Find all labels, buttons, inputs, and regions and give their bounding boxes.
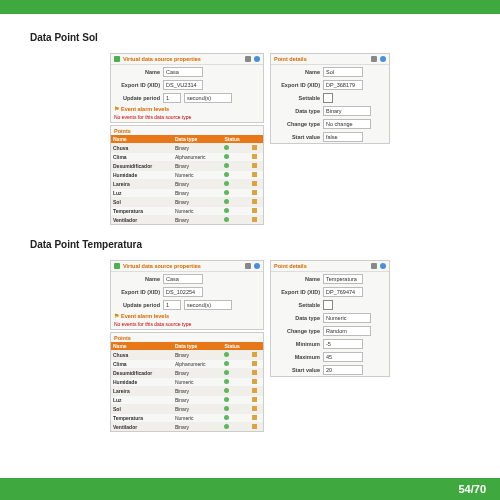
pd-name[interactable]: Sol (323, 67, 363, 77)
edit-icon[interactable] (252, 397, 257, 402)
save-icon[interactable] (245, 56, 251, 62)
period-unit[interactable]: second(s) (184, 93, 232, 103)
status-icon[interactable] (224, 208, 229, 213)
edit-icon[interactable] (252, 406, 257, 411)
lbl: Name (274, 69, 320, 75)
status-icon[interactable] (224, 379, 229, 384)
col-dt: Data type (173, 342, 223, 351)
edit-icon[interactable] (252, 415, 257, 420)
status-icon[interactable] (224, 415, 229, 420)
src-props-panel: Virtual data source properties NameCasa … (110, 53, 264, 123)
lbl: Start value (274, 367, 320, 373)
lbl: Settable (274, 302, 320, 308)
table-row: LareiraBinary (111, 387, 263, 396)
help-icon[interactable] (380, 263, 386, 269)
table-row: VentiladorBinary (111, 216, 263, 225)
col-st: Status (222, 135, 250, 144)
status-icon[interactable] (224, 424, 229, 429)
lbl: Change type (274, 328, 320, 334)
no-events: No events for this data source type (111, 321, 263, 329)
status-icon[interactable] (224, 217, 229, 222)
pd-xid[interactable]: DP_769474 (323, 287, 363, 297)
pd-xid[interactable]: DP_368179 (323, 80, 363, 90)
edit-icon[interactable] (252, 361, 257, 366)
status-icon[interactable] (224, 397, 229, 402)
pd-ctype[interactable]: No change (323, 119, 371, 129)
status-icon[interactable] (224, 352, 229, 357)
edit-icon[interactable] (252, 379, 257, 384)
edit-icon[interactable] (252, 388, 257, 393)
no-events: No events for this data source type (111, 114, 263, 122)
help-icon[interactable] (254, 56, 260, 62)
pd-sval[interactable]: 20 (323, 365, 363, 375)
col-dt: Data type (173, 135, 223, 144)
edit-icon[interactable] (252, 217, 257, 222)
table-row: HumidadeNumeric (111, 171, 263, 180)
help-icon[interactable] (254, 263, 260, 269)
table-row: ChuvaBinary (111, 351, 263, 360)
edit-icon[interactable] (252, 190, 257, 195)
save-icon[interactable] (245, 263, 251, 269)
period-num[interactable]: 1 (163, 93, 181, 103)
lbl: Export ID (XID) (114, 289, 160, 295)
name-field[interactable]: Casa (163, 274, 203, 284)
lbl: Export ID (XID) (274, 82, 320, 88)
points-table-sol: NameData typeStatus ChuvaBinaryClimaAlph… (111, 135, 263, 224)
status-icon[interactable] (224, 370, 229, 375)
table-row: LuzBinary (111, 189, 263, 198)
src-props-title: Virtual data source properties (123, 56, 242, 62)
period-unit[interactable]: second(s) (184, 300, 232, 310)
edit-icon[interactable] (252, 208, 257, 213)
pd-sval[interactable]: false (323, 132, 363, 142)
table-row: LuzBinary (111, 396, 263, 405)
points-panel-2: Points NameData typeStatus ChuvaBinaryCl… (110, 332, 264, 432)
xid-field[interactable]: DS_VU2314 (163, 80, 203, 90)
edit-icon[interactable] (252, 370, 257, 375)
edit-icon[interactable] (252, 199, 257, 204)
status-icon[interactable] (224, 172, 229, 177)
table-row: SolBinary (111, 198, 263, 207)
table-row: DesumidificadorBinary (111, 162, 263, 171)
edit-icon[interactable] (252, 145, 257, 150)
help-icon[interactable] (380, 56, 386, 62)
status-icon[interactable] (224, 190, 229, 195)
edit-icon[interactable] (252, 352, 257, 357)
settable-chk[interactable] (323, 93, 333, 103)
period-num[interactable]: 1 (163, 300, 181, 310)
xid-field[interactable]: DS_102254 (163, 287, 203, 297)
edit-icon[interactable] (252, 424, 257, 429)
points-panel: Points NameData typeStatus ChuvaBinaryCl… (110, 125, 264, 225)
table-row: VentiladorBinary (111, 423, 263, 432)
edit-icon[interactable] (252, 154, 257, 159)
status-icon[interactable] (224, 154, 229, 159)
pd-max[interactable]: 45 (323, 352, 363, 362)
status-icon[interactable] (224, 199, 229, 204)
lbl: Minimum (274, 341, 320, 347)
edit-icon[interactable] (252, 181, 257, 186)
points-title: Points (114, 128, 131, 134)
pd-dtype[interactable]: Binary (323, 106, 371, 116)
pd-ctype[interactable]: Random (323, 326, 371, 336)
edit-icon[interactable] (252, 163, 257, 168)
status-icon[interactable] (224, 163, 229, 168)
settable-chk[interactable] (323, 300, 333, 310)
status-icon[interactable] (224, 361, 229, 366)
col-name: Name (111, 342, 173, 351)
table-row: HumidadeNumeric (111, 378, 263, 387)
status-icon[interactable] (224, 181, 229, 186)
lbl: Name (274, 276, 320, 282)
table-row: SolBinary (111, 405, 263, 414)
pd-min[interactable]: -5 (323, 339, 363, 349)
pd-dtype[interactable]: Numeric (323, 313, 371, 323)
table-row: TemperaturaNumeric (111, 414, 263, 423)
save-icon[interactable] (371, 263, 377, 269)
status-icon[interactable] (224, 145, 229, 150)
lbl: Settable (274, 95, 320, 101)
edit-icon[interactable] (252, 172, 257, 177)
pd-name[interactable]: Temperatura (323, 274, 363, 284)
save-icon[interactable] (371, 56, 377, 62)
status-icon[interactable] (224, 388, 229, 393)
name-field[interactable]: Casa (163, 67, 203, 77)
status-icon[interactable] (224, 406, 229, 411)
lbl: Maximum (274, 354, 320, 360)
